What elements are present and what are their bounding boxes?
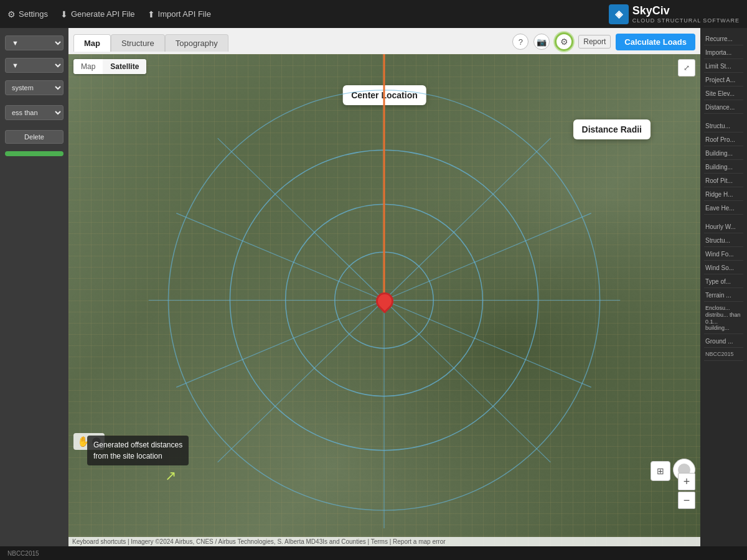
zoom-out-button[interactable]: − [678,492,695,509]
distance-radii-callout: Distance Radii [573,119,651,139]
topbar: ⚙ Settings ⬇ Generate API File ⬆ Import … [0,0,747,28]
download-icon: ⬇ [60,9,68,19]
map-view[interactable]: Map Satellite ⤢ Center Location Distance… [68,54,700,546]
sidebar-item-project-altitude[interactable]: Project A... [704,74,743,86]
sidebar-item-hourly-wind[interactable]: Hourly W... [704,221,743,233]
sidebar-item-structural[interactable]: Structu... [704,235,743,247]
map-controls: + − [678,473,695,509]
logo-icon: ◈ [609,4,629,24]
right-sidebar: Recurre... Importa... Limit St... Projec… [700,28,747,546]
map-toolbar: ? 📷 ⚙ Report Calculate Loads [512,32,695,54]
sidebar-item-building-2[interactable]: Building... [704,161,743,174]
import-api-button[interactable]: ⬆ Import API File [148,9,211,19]
sidebar-item-distance[interactable]: Distance... [704,101,743,114]
logo: ◈ SkyCiv CLOUD STRUCTURAL SOFTWARE [609,4,740,24]
tab-map[interactable]: Map [73,34,111,52]
fullscreen-button[interactable]: ⤢ [678,59,695,77]
map-tabs: Map Structure Topography ? 📷 ⚙ Report Ca… [68,28,700,54]
settings-icon: ⚙ [7,9,16,19]
map-pin [376,292,393,310]
subtab-satellite[interactable]: Satellite [103,59,146,74]
progress-bar [5,151,63,156]
sidebar-item-limit-state[interactable]: Limit St... [704,60,743,73]
grid-icon-button[interactable]: ⊞ [651,461,670,481]
sidebar-item-roof-profile[interactable]: Roof Pro... [704,134,743,146]
sidebar-select-less-than[interactable]: ess than [5,105,63,120]
tab-structure[interactable]: Structure [111,34,165,52]
gear-button[interactable]: ⚙ [555,32,573,51]
sidebar-item-code[interactable]: NBCC2015 [704,349,743,361]
help-button[interactable]: ? [512,34,529,50]
sidebar-item-site-elevation[interactable]: Site Elev... [704,88,743,100]
attribution-bar: Keyboard shortcuts | Imagery ©2024 Airbu… [68,537,700,546]
less-than-label: ess than [5,105,63,120]
bottom-bar: NBCC2015 [0,546,747,560]
sidebar-item-recurrence[interactable]: Recurre... [704,33,743,45]
sidebar-item-eave-height[interactable]: Eave He... [704,202,743,215]
map-subtabs: Map Satellite [73,59,146,74]
report-button[interactable]: Report [578,35,611,49]
sidebar-item-ground[interactable]: Ground ... [704,335,743,348]
delete-button[interactable]: Delete [5,130,63,144]
zoom-in-button[interactable]: + [678,473,695,490]
subtab-map[interactable]: Map [73,59,103,74]
pin-head [372,289,397,314]
sidebar-item-type-of[interactable]: Type of... [704,276,743,288]
sidebar-item-enclosure[interactable]: Enclosu... distribu... than 0.1... build… [704,303,743,334]
generate-api-button[interactable]: ⬇ Generate API File [60,9,135,19]
camera-button[interactable]: 📷 [533,34,550,50]
sidebar-item-wind-force[interactable]: Wind Fo... [704,248,743,261]
sidebar-select-system[interactable]: system [5,80,63,95]
sidebar-item-importance[interactable]: Importa... [704,47,743,59]
tab-topography[interactable]: Topography [165,34,228,52]
left-sidebar: ▼ ▼ system ess than Delete [0,28,68,546]
sidebar-item-structure[interactable]: Structu... [704,120,743,133]
settings-button[interactable]: ⚙ Settings [7,9,48,19]
main-content: ▼ ▼ system ess than Delete Map Structure… [0,28,747,546]
center-location-callout: Center Location [342,85,426,105]
map-area: Map Structure Topography ? 📷 ⚙ Report Ca… [68,28,700,546]
sidebar-select-2[interactable]: ▼ [5,58,63,73]
annotation-arrow-icon: ↗ [165,468,176,484]
calculate-loads-button[interactable]: Calculate Loads [616,34,695,50]
annotation-box: Generated offset distances from the site… [87,436,189,465]
sidebar-item-wind-speed[interactable]: Wind So... [704,262,743,274]
sidebar-item-building-1[interactable]: Building... [704,147,743,160]
sidebar-item-roof-pitch[interactable]: Roof Pit... [704,175,743,187]
sidebar-item-ridge-height[interactable]: Ridge H... [704,189,743,201]
sidebar-item-terrain[interactable]: Terrain ... [704,289,743,302]
upload-icon: ⬆ [148,9,155,19]
sidebar-select-1[interactable]: ▼ [5,35,63,50]
